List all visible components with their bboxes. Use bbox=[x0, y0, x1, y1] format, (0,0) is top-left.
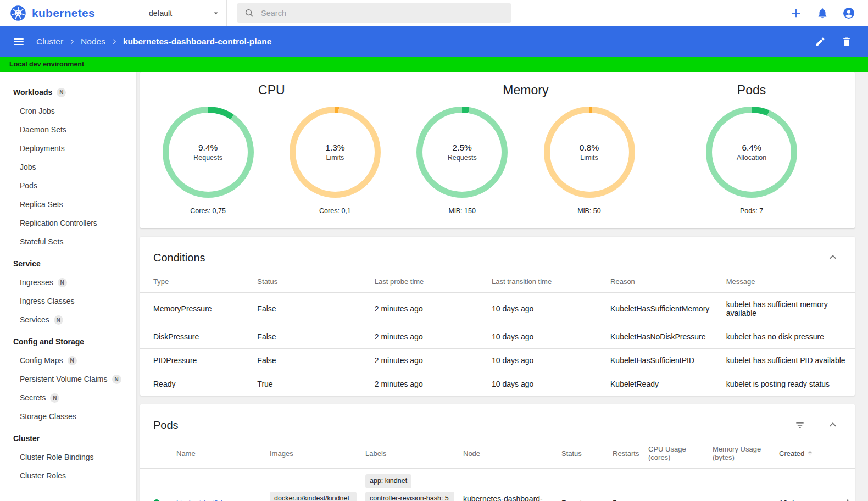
condition-probe-time: 2 minutes ago bbox=[375, 293, 492, 325]
kubernetes-wheel-icon bbox=[10, 5, 26, 21]
search-icon bbox=[244, 8, 254, 18]
sidebar-item-cluster-role-bindings[interactable]: Cluster Role Bindings bbox=[0, 448, 136, 466]
pod-row: kindnet-fmj8d docker.io/kindest/kindnetd… bbox=[140, 469, 855, 501]
delete-button[interactable] bbox=[836, 31, 858, 53]
sort-ascending-icon bbox=[806, 450, 814, 457]
conditions-collapse-button[interactable] bbox=[822, 247, 844, 269]
condition-status: True bbox=[257, 372, 374, 396]
search-input[interactable] bbox=[261, 9, 504, 18]
sidebar-section-config-storage[interactable]: Config and Storage bbox=[0, 332, 136, 351]
col-cpu-usage: CPU Usage (cores) bbox=[648, 441, 713, 469]
pods-collapse-button[interactable] bbox=[822, 414, 844, 436]
condition-probe-time: 2 minutes ago bbox=[375, 372, 492, 396]
namespace-value: default bbox=[149, 9, 172, 18]
edit-button[interactable] bbox=[809, 31, 831, 53]
pod-actions-menu-button[interactable] bbox=[839, 495, 856, 501]
filter-icon bbox=[794, 420, 805, 431]
condition-message: kubelet has no disk pressure bbox=[726, 325, 855, 349]
condition-row: DiskPressure False 2 minutes ago 10 days… bbox=[140, 325, 855, 349]
condition-transition-time: 10 days ago bbox=[492, 293, 610, 325]
col-actions bbox=[839, 441, 855, 469]
sidebar-item-cron-jobs[interactable]: Cron Jobs bbox=[0, 102, 136, 120]
condition-status: False bbox=[257, 325, 374, 349]
sidebar-item-stateful-sets[interactable]: Stateful Sets bbox=[0, 232, 136, 251]
allocation-card: CPU 9.4% Requests Cores: 0,75 bbox=[140, 72, 855, 228]
sidebar-item-cluster-roles[interactable]: Cluster Roles bbox=[0, 466, 136, 485]
new-badge: N bbox=[58, 278, 67, 287]
col-last-probe-time: Last probe time bbox=[375, 273, 492, 293]
sidebar-item-ingresses[interactable]: Ingresses N bbox=[0, 273, 136, 292]
donut-chart: 2.5% Requests bbox=[416, 107, 508, 198]
condition-type: DiskPressure bbox=[140, 325, 257, 349]
sidebar-section-cluster[interactable]: Cluster bbox=[0, 429, 136, 448]
environment-banner-text: Local dev environment bbox=[9, 60, 84, 68]
sidebar-item-persistent-volume-claims[interactable]: Persistent Volume Claims N bbox=[0, 370, 136, 388]
sidebar-item-storage-classes[interactable]: Storage Classes bbox=[0, 407, 136, 426]
breadcrumb-current: kubernetes-dashboard-control-plane bbox=[123, 37, 271, 47]
pods-filter-button[interactable] bbox=[789, 414, 811, 436]
new-badge: N bbox=[57, 88, 66, 97]
breadcrumb-nodes[interactable]: Nodes bbox=[81, 37, 105, 47]
sidebar-item-secrets[interactable]: Secrets N bbox=[0, 388, 136, 407]
create-button[interactable] bbox=[785, 2, 807, 24]
pod-name-link[interactable]: kindnet-fmj8d bbox=[176, 499, 222, 501]
condition-reason: KubeletReady bbox=[610, 372, 726, 396]
sidebar-section-workloads[interactable]: Workloads N bbox=[0, 83, 136, 102]
chevron-right-icon bbox=[68, 38, 76, 46]
pods-card: Pods bbox=[140, 404, 855, 501]
sidebar-section-service[interactable]: Service bbox=[0, 254, 136, 273]
pods-title: Pods bbox=[653, 80, 850, 107]
trash-icon bbox=[841, 36, 852, 47]
memory-requests-donut: 2.5% Requests MiB: 150 bbox=[416, 107, 508, 215]
condition-type: Ready bbox=[140, 372, 257, 396]
sidebar-item-ingress-classes[interactable]: Ingress Classes bbox=[0, 292, 136, 310]
condition-type: MemoryPressure bbox=[140, 293, 257, 325]
sidebar-item-services[interactable]: Services N bbox=[0, 310, 136, 329]
pods-allocation-donut: 6.4% Allocation Pods: 7 bbox=[706, 107, 797, 215]
notifications-button[interactable] bbox=[811, 2, 833, 24]
pod-memory-usage: - bbox=[713, 469, 779, 501]
cpu-allocation-group: CPU 9.4% Requests Cores: 0,75 bbox=[144, 80, 399, 215]
kebab-menu-icon bbox=[843, 498, 853, 501]
memory-allocation-group: Memory 2.5% Requests MiB: 150 bbox=[399, 80, 653, 215]
account-button[interactable] bbox=[838, 2, 860, 24]
condition-status: False bbox=[257, 293, 374, 325]
col-labels: Labels bbox=[365, 441, 463, 469]
plus-icon bbox=[790, 7, 802, 19]
donut-chart: 6.4% Allocation bbox=[706, 107, 797, 198]
sidebar-item-deployments[interactable]: Deployments bbox=[0, 139, 136, 158]
breadcrumb-cluster[interactable]: Cluster bbox=[36, 37, 63, 47]
col-created[interactable]: Created bbox=[779, 441, 839, 469]
sidebar-item-jobs[interactable]: Jobs bbox=[0, 158, 136, 176]
bell-icon bbox=[816, 7, 828, 19]
new-badge: N bbox=[54, 315, 63, 325]
sidebar-item-replication-controllers[interactable]: Replication Controllers bbox=[0, 214, 136, 232]
menu-icon[interactable] bbox=[8, 31, 30, 53]
pod-node: kubernetes-dashboard-control-plane bbox=[463, 469, 561, 501]
topbar-actions bbox=[785, 2, 868, 24]
donut-chart: 9.4% Requests bbox=[163, 107, 254, 198]
condition-row: Ready True 2 minutes ago 10 days ago Kub… bbox=[140, 372, 855, 396]
cpu-limits-donut: 1.3% Limits Cores: 0,1 bbox=[290, 107, 381, 215]
sidebar-item-config-maps[interactable]: Config Maps N bbox=[0, 351, 136, 370]
sidebar-item-pods[interactable]: Pods bbox=[0, 176, 136, 195]
dropdown-caret-icon bbox=[211, 8, 221, 18]
toolbar-actions bbox=[809, 31, 860, 53]
main-content: CPU 9.4% Requests Cores: 0,75 bbox=[136, 72, 868, 501]
pencil-icon bbox=[815, 36, 826, 47]
memory-limits-donut: 0.8% Limits MiB: 50 bbox=[544, 107, 635, 215]
col-reason: Reason bbox=[610, 273, 726, 293]
pod-label-chip: controller-revision-hash: 58f5b657b8 bbox=[365, 492, 454, 501]
namespace-select[interactable]: default bbox=[141, 0, 227, 26]
col-name[interactable]: Name bbox=[176, 441, 270, 469]
chevron-right-icon bbox=[110, 38, 118, 46]
condition-reason: KubeletHasNoDiskPressure bbox=[610, 325, 726, 349]
kubernetes-logo[interactable]: kubernetes bbox=[0, 5, 136, 21]
sidebar-item-daemon-sets[interactable]: Daemon Sets bbox=[0, 120, 136, 139]
chevron-up-icon bbox=[827, 419, 839, 431]
account-circle-icon bbox=[842, 7, 855, 20]
condition-probe-time: 2 minutes ago bbox=[375, 325, 492, 349]
condition-transition-time: 10 days ago bbox=[492, 349, 610, 372]
sidebar-item-replica-sets[interactable]: Replica Sets bbox=[0, 195, 136, 214]
condition-row: MemoryPressure False 2 minutes ago 10 da… bbox=[140, 293, 855, 325]
